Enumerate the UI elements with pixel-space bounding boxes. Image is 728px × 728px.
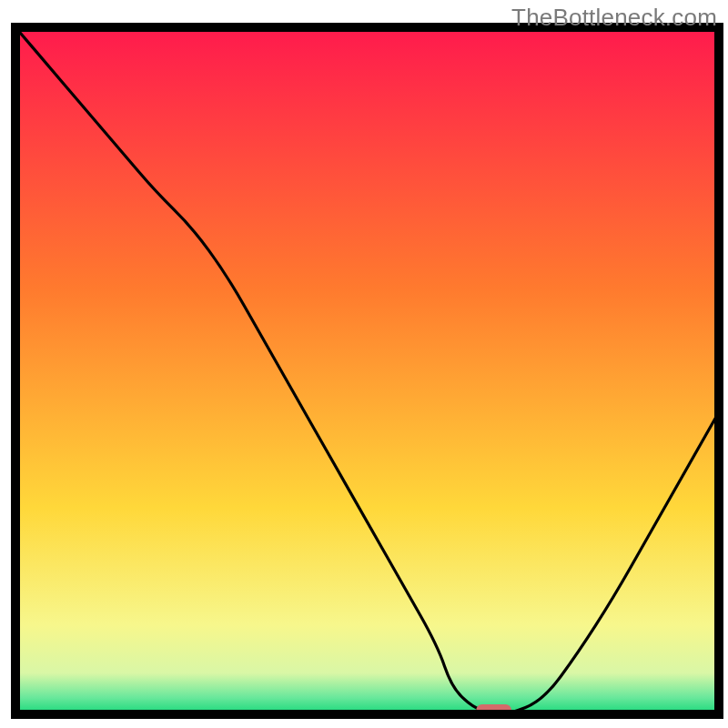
bottleneck-chart: TheBottleneck.com: [0, 0, 728, 728]
watermark-label: TheBottleneck.com: [511, 4, 717, 32]
chart-svg: [0, 0, 728, 728]
plot-area: [15, 27, 719, 716]
gradient-background: [15, 27, 719, 714]
